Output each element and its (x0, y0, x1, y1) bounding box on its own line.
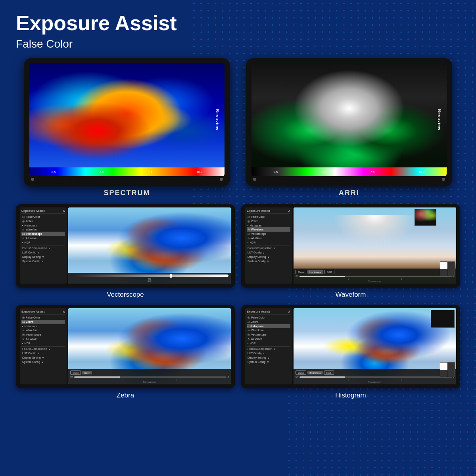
waveform-position-box (440, 261, 455, 276)
menu-waveform[interactable]: ∿Waveform (21, 227, 65, 232)
zb-menu-waveform[interactable]: ∿Waveform (21, 328, 65, 332)
zb-menu-lut[interactable]: LUT Config∨ (21, 351, 65, 355)
hs-menu-lut[interactable]: LUT Config∨ (247, 351, 290, 355)
wf-menu-zebra[interactable]: ◎Zebra (247, 219, 290, 223)
menu-lut[interactable]: LUT Config∨ (21, 250, 65, 255)
menu-focus[interactable]: Focus&Composition∨ (21, 246, 65, 250)
menu-false-color[interactable]: ◎False Color (21, 215, 65, 219)
arri-color-bar: 2.5 5.0 7.5 10.0 (251, 167, 447, 176)
zb-menu-zebra-active[interactable]: ◎Zebra (21, 320, 65, 324)
spectrum-monitor-container: 2.5 5.0 7.5 10.0 Besuview SPECTRUM (24, 58, 230, 197)
zebra-slider[interactable] (74, 376, 226, 378)
histogram-slider-row: Off 3 (296, 376, 454, 378)
hs-menu-zebra[interactable]: ◎Zebra (247, 320, 290, 324)
menu-system[interactable]: System Config∨ (21, 259, 65, 263)
pos-cell-tr (448, 262, 455, 269)
ire-label: IRE (71, 280, 228, 282)
zebra-monitor: Exposure Assist ∧ ◎False Color ◎Zebra ▪H… (16, 305, 235, 388)
menu-zebra[interactable]: ◎Zebra (21, 219, 65, 223)
menu-hdr[interactable]: ▪HDR (21, 240, 65, 244)
arri-image (251, 63, 447, 176)
vectorscope-label: Vectorscope (16, 291, 235, 299)
wf-menu-system[interactable]: System Config∨ (247, 259, 290, 263)
vectorscope-sidebar: Exposure Assist ∧ ◎False Color ◎Zebra ▪H… (20, 207, 67, 284)
waveform-sidebar: Exposure Assist ∧ ◎False Color ◎Zebra ▪H… (245, 207, 292, 284)
waveform-slider[interactable] (299, 276, 452, 277)
waveform-luminance-btn[interactable]: Luminance (307, 270, 323, 274)
monitor-dot-right2 (442, 178, 445, 181)
hs-menu-hdr[interactable]: ▪HDR (247, 341, 290, 345)
zb-menu-false-color[interactable]: ◎False Color (21, 315, 65, 320)
wf-menu-focus[interactable]: Focus&Composition∨ (247, 246, 290, 250)
monitor-dot-right (220, 178, 223, 181)
spectrum-image (29, 63, 225, 176)
waveform-monitor: Exposure Assist ∧ ◎False Color ◎Zebra ▪H… (241, 204, 460, 288)
wf-menu-hdr[interactable]: ▪HDR (247, 240, 290, 244)
wf-menu-vectorscope[interactable]: ◎Vectorscope (247, 232, 290, 236)
hs-menu-waveform[interactable]: ∿Waveform (247, 328, 290, 332)
waveform-close-btn[interactable]: Close (296, 270, 306, 274)
wf-menu-lut[interactable]: LUT Config∨ (247, 250, 290, 255)
zebra-sidebar: Exposure Assist ∧ ◎False Color ◎Zebra ▪H… (20, 308, 67, 384)
zebra-btn-row: Close Open (70, 370, 229, 375)
zebra-label: Zebra (16, 392, 235, 399)
histogram-screen-area: Close Brightness RGB Position Off 3 (294, 308, 456, 384)
arri-monitor-container: 2.5 5.0 7.5 10.0 Besuview ARRI (246, 58, 452, 197)
zb-menu-display[interactable]: Display Setting∨ (21, 355, 65, 360)
top-monitors-row: 2.5 5.0 7.5 10.0 Besuview SPECTRUM (16, 58, 460, 197)
waveform-thumb (415, 209, 436, 226)
hs-menu-vectorscope[interactable]: ◎Vectorscope (247, 332, 290, 337)
menu-allwave[interactable]: ∿All Wave (21, 236, 65, 240)
menu-display[interactable]: Display Setting∨ (21, 255, 65, 259)
wf-menu-false-color[interactable]: ◎False Color (247, 215, 290, 219)
histogram-bars (431, 310, 454, 327)
zebra-open-btn[interactable]: Open (82, 371, 92, 374)
histogram-panel: Exposure Assist ∧ ◎False Color ◎Zebra ▪H… (241, 305, 460, 399)
vectorscope-panel: Exposure Assist ∧ ◎False Color ◎Zebra ▪H… (16, 204, 235, 299)
subtitle: False Color (16, 38, 460, 50)
waveform-btn-row: Close Luminance RGB Position (296, 270, 454, 274)
spectrum-monitor-bottom (29, 176, 225, 181)
wf-menu-waveform-active[interactable]: ∿Waveform (247, 227, 290, 232)
zb-menu-focus[interactable]: Focus&Composition∨ (21, 346, 65, 351)
pos-cell-bl (440, 269, 447, 276)
histogram-rgb-btn[interactable]: RGB (324, 370, 334, 375)
zb-menu-hdr[interactable]: ▪HDR (21, 341, 65, 345)
hs-menu-allwave[interactable]: ∿All Wave (247, 337, 290, 341)
zb-menu-allwave[interactable]: ∿All Wave (21, 337, 65, 341)
hs-menu-system[interactable]: System Config∨ (247, 360, 290, 364)
histogram-close-btn[interactable]: Close (296, 370, 306, 375)
zb-menu-system[interactable]: System Config∨ (21, 360, 65, 364)
hist-pos-cell-tr (448, 363, 455, 370)
sidebar-title-waveform: Exposure Assist ∧ (247, 209, 290, 214)
waveform-rgb-btn[interactable]: RGB (324, 270, 334, 274)
brand-label-spectrum: Besuview (215, 109, 219, 131)
arri-monitor-bottom (251, 176, 447, 181)
arri-screen: 2.5 5.0 7.5 10.0 Besuview (251, 63, 447, 176)
wf-menu-histogram[interactable]: ▪Histogram (247, 223, 290, 227)
histogram-btn-row: Close Brightness RGB Position (296, 370, 454, 375)
zebra-slider-row: Off 3 (70, 376, 229, 378)
hist-pos-cell-br (448, 370, 455, 377)
histogram-slider[interactable] (299, 376, 452, 378)
arri-monitor: 2.5 5.0 7.5 10.0 Besuview (246, 58, 452, 186)
wf-menu-display[interactable]: Display Setting∨ (247, 255, 290, 259)
wf-menu-allwave[interactable]: ∿All Wave (247, 236, 290, 240)
histogram-brightness-btn[interactable]: Brightness (307, 371, 322, 374)
pos-cell-br (448, 269, 455, 276)
pos-cell-tl (440, 262, 447, 269)
zb-menu-histogram[interactable]: ▪Histogram (21, 324, 65, 328)
histogram-thumb (431, 310, 455, 328)
hs-menu-histogram-active[interactable]: ▪Histogram (247, 324, 290, 328)
hs-menu-display[interactable]: Display Setting∨ (247, 355, 290, 360)
hs-menu-false-color[interactable]: ◎False Color (247, 315, 290, 320)
hs-menu-focus[interactable]: Focus&Composition∨ (247, 346, 290, 351)
menu-histogram[interactable]: ▪Histogram (21, 223, 65, 227)
zebra-close-btn[interactable]: Close (70, 370, 81, 375)
vectorscope-screen-area: 65 IRE (68, 207, 231, 284)
menu-vectorscope-active[interactable]: ◎Vectorscope (21, 232, 65, 236)
page-container: Exposure Assist False Color 2.5 5.0 7.5 … (0, 0, 476, 411)
zebra-transparency-label: Transparency (70, 381, 229, 383)
vectorscope-monitor: Exposure Assist ∧ ◎False Color ◎Zebra ▪H… (16, 204, 235, 288)
zb-menu-vectorscope[interactable]: ◎Vectorscope (21, 332, 65, 337)
